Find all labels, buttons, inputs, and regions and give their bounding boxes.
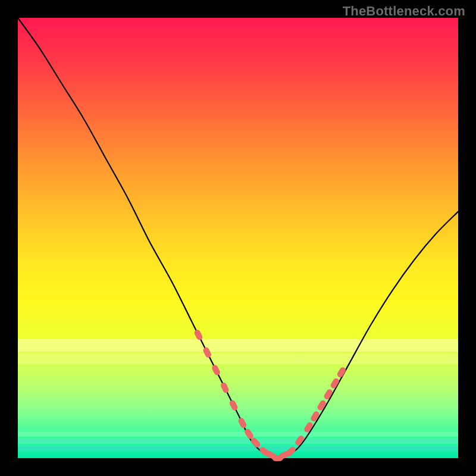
curve-layer <box>18 18 458 458</box>
curve-marker <box>211 364 221 377</box>
curve-marker <box>228 399 239 412</box>
watermark-text: TheBottleneck.com <box>343 4 465 19</box>
chart-frame: TheBottleneck.com <box>0 0 476 476</box>
curve-marker <box>237 417 248 430</box>
curve-marker <box>193 329 203 342</box>
curve-marker <box>336 366 347 378</box>
plot-area <box>18 18 458 458</box>
marker-group <box>193 329 347 461</box>
curve-marker <box>220 381 230 394</box>
curve-marker <box>202 346 212 359</box>
bottleneck-curve <box>18 18 458 458</box>
